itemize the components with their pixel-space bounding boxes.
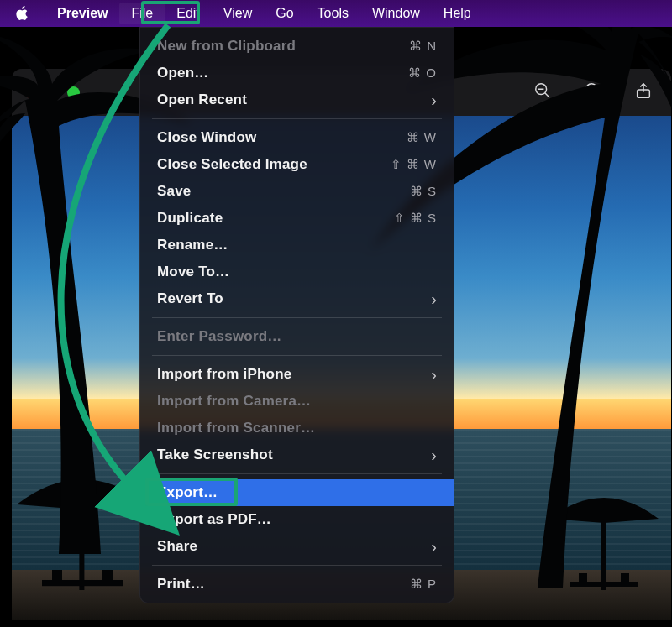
menu-item-import-from-camera: Import from Camera…	[140, 388, 454, 415]
menu-item-export[interactable]: Export…	[140, 479, 454, 506]
menu-item-shortcut: ⌘ S	[410, 184, 437, 199]
menu-item-close-selected-image[interactable]: Close Selected Image⇧ ⌘ W	[140, 151, 454, 178]
menu-item-label: Share	[157, 538, 197, 555]
file-dropdown-menu: New from Clipboard⌘ NOpen…⌘ OOpen Recent…	[139, 27, 454, 603]
menu-item-open[interactable]: Open…⌘ O	[140, 60, 454, 86]
menu-window[interactable]: Window	[360, 3, 432, 24]
menu-item-label: Import from Scanner…	[157, 420, 315, 436]
menu-view[interactable]: View	[212, 3, 264, 24]
menu-edit[interactable]: Edit	[165, 3, 212, 24]
menu-item-enter-password: Enter Password…	[140, 323, 454, 350]
menu-item-label: Open…	[157, 65, 208, 81]
menu-item-shortcut: ⇧ ⌘ W	[391, 157, 438, 172]
menu-item-label: Enter Password…	[157, 328, 282, 345]
svg-rect-9	[42, 580, 123, 586]
menu-item-label: Open Recent	[157, 91, 247, 108]
menu-item-label: Export as PDF…	[157, 511, 271, 528]
menu-item-shortcut: ⌘ N	[409, 39, 437, 54]
menu-item-shortcut: ⌘ O	[408, 65, 437, 81]
menu-separator	[152, 565, 442, 566]
menu-item-label: New from Clipboard	[157, 38, 296, 55]
menu-item-rename[interactable]: Rename…	[140, 232, 454, 259]
menu-item-print[interactable]: Print…⌘ P	[140, 571, 454, 598]
menu-item-import-from-iphone[interactable]: Import from iPhone›	[140, 361, 454, 388]
menu-item-save[interactable]: Save⌘ S	[140, 178, 454, 205]
menu-item-label: Move To…	[157, 264, 229, 280]
menu-item-shortcut: ⌘ P	[410, 577, 437, 592]
menu-item-import-from-scanner: Import from Scanner…	[140, 415, 454, 442]
menu-item-label: Revert To	[157, 290, 223, 307]
menu-separator	[152, 317, 442, 318]
menu-item-revert-to[interactable]: Revert To›	[140, 285, 454, 312]
menubar: Preview File Edit View Go Tools Window H…	[0, 0, 672, 27]
menu-item-move-to[interactable]: Move To…	[140, 259, 454, 285]
menu-item-label: Close Selected Image	[157, 156, 307, 173]
menu-help[interactable]: Help	[432, 3, 483, 24]
menu-item-open-recent[interactable]: Open Recent›	[140, 86, 454, 113]
menu-item-duplicate[interactable]: Duplicate⇧ ⌘ S	[140, 205, 454, 232]
svg-rect-10	[52, 570, 62, 580]
apple-menu-icon[interactable]	[15, 6, 34, 21]
menu-item-label: Export…	[157, 484, 218, 501]
menu-item-label: Print…	[157, 576, 205, 593]
menu-separator	[152, 118, 442, 119]
menu-item-label: Import from Camera…	[157, 393, 311, 410]
menu-item-label: Rename…	[157, 237, 228, 253]
menu-item-shortcut: ⇧ ⌘ S	[394, 211, 437, 226]
chevron-right-icon: ›	[431, 290, 437, 309]
menu-item-shortcut: ⌘ W	[407, 130, 437, 145]
chevron-right-icon: ›	[431, 537, 437, 556]
menu-item-new-from-clipboard: New from Clipboard⌘ N	[140, 33, 454, 60]
menu-file[interactable]: File	[119, 3, 165, 24]
app-name[interactable]: Preview	[45, 3, 119, 24]
chevron-right-icon: ›	[431, 91, 437, 110]
menu-separator	[152, 473, 442, 474]
chevron-right-icon: ›	[431, 365, 437, 384]
menu-item-label: Import from iPhone	[157, 366, 291, 383]
menu-item-export-as-pdf[interactable]: Export as PDF…	[140, 506, 454, 533]
menu-item-label: Close Window	[157, 129, 256, 146]
menu-separator	[152, 355, 442, 356]
menu-item-take-screenshot[interactable]: Take Screenshot›	[140, 442, 454, 468]
menu-item-label: Save	[157, 183, 192, 200]
menu-go[interactable]: Go	[264, 3, 305, 24]
menu-item-label: Duplicate	[157, 210, 223, 227]
svg-rect-11	[102, 570, 113, 580]
menu-item-close-window[interactable]: Close Window⌘ W	[140, 124, 454, 151]
menu-item-share[interactable]: Share›	[140, 533, 454, 560]
chevron-right-icon: ›	[431, 446, 437, 465]
menu-item-label: Take Screenshot	[157, 447, 273, 463]
menu-tools[interactable]: Tools	[306, 3, 360, 24]
